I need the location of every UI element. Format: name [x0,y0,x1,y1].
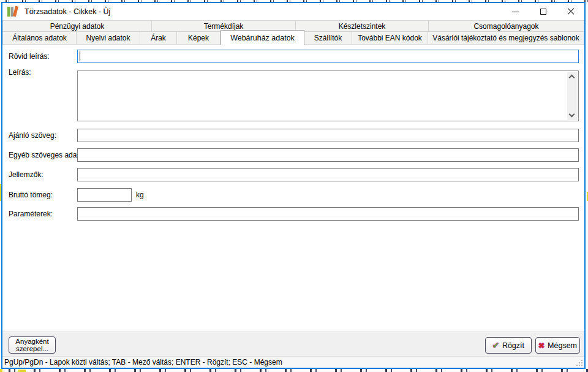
tab-vasarloi-tajekoztato[interactable]: Vásárlói tájékoztató és megjegyzés sablo… [428,31,584,45]
minimize-icon [512,12,519,12]
red-cross-icon: ✖ [538,342,545,349]
rogzit-button[interactable]: ✔ Rögzít [485,337,532,354]
bottom-button-panel: Anyagként szerepel... ✔ Rögzít ✖ Mégsem [2,332,584,356]
parameterek-input[interactable] [77,207,579,221]
kg-unit-label: kg [136,191,144,199]
parameterek-label: Paraméterek: [9,210,53,218]
leiras-label: Leírás: [9,68,31,77]
jellemzok-input[interactable] [77,168,579,181]
tab-penzugyi-adatok[interactable]: Pénzügyi adatok [2,20,152,31]
tab-altalanos-adatok[interactable]: Általános adatok [2,31,77,45]
minimize-button[interactable] [502,3,529,20]
window-title: Törzsadatok - Cikkek - Új [24,7,110,16]
rovid-leiras-label: Rövid leírás: [9,52,50,61]
maximize-button[interactable] [529,3,557,20]
close-icon [567,8,575,15]
tab-webaruhaz-adatok-active[interactable]: Webáruház adatok [221,30,304,45]
app-books-icon [7,6,20,17]
tab-nyelvi-adatok[interactable]: Nyelvi adatok [77,31,140,45]
jellemzok-label: Jellemzők: [9,170,43,179]
tab-kepek[interactable]: Képek [177,31,221,45]
egyeb-szoveges-adat-label: Egyéb szöveges adat: [9,151,81,159]
anyagkent-line1: Anyagként [15,338,48,345]
scroll-up-icon[interactable] [569,75,575,81]
maximize-icon [540,9,546,15]
background-fragment [18,370,26,372]
egyeb-szoveges-adat-input[interactable] [77,148,579,162]
rogzit-label: Rögzít [502,341,524,350]
status-hint-text: PgUp/PgDn - Lapok közti váltás; TAB - Me… [4,358,282,366]
megsem-label: Mégsem [548,341,577,350]
tab-strip-row2: Általános adatok Nyelvi adatok Árak Képe… [2,31,584,45]
text-caret [80,51,80,61]
screenshot-stage: Törzsadatok - Cikkek - Új Pénzügyi adato… [0,0,588,372]
tab-arak[interactable]: Árak [140,31,177,45]
green-check-icon: ✔ [492,341,499,349]
tab-csomagoloanyagok[interactable]: Csomagolóanyagok [429,20,584,31]
rovid-leiras-input[interactable] [77,50,579,63]
ajanlo-szoveg-label: Ajánló szöveg: [9,131,56,140]
tab-tovabbi-ean-kodok[interactable]: További EAN kódok [352,31,428,45]
ajanlo-szoveg-input[interactable] [77,129,579,142]
desktop-background-edge-bottom [0,369,588,372]
tab-szallitok[interactable]: Szállítók [304,31,352,45]
brutto-tomeg-label: Bruttó tömeg: [9,191,53,199]
window-controls [502,3,584,20]
megsem-button[interactable]: ✖ Mégsem [535,337,580,354]
resize-grip[interactable] [581,365,582,366]
webshop-data-form: Rövid leírás: Leírás: Ajánló szöveg: Egy… [2,45,584,332]
scroll-down-icon[interactable] [569,112,575,118]
background-fragment [0,369,2,372]
tab-keszletszintek[interactable]: Készletszintek [296,20,429,31]
close-button[interactable] [557,3,584,20]
leiras-textarea[interactable] [77,70,579,121]
status-bar: PgUp/PgDn - Lapok közti váltás; TAB - Me… [2,356,584,368]
vertical-scrollbar[interactable] [567,72,578,120]
anyagkent-line2: szerepel... [16,345,48,352]
dialog-window: Törzsadatok - Cikkek - Új Pénzügyi adato… [1,2,586,369]
title-bar[interactable]: Törzsadatok - Cikkek - Új [2,3,584,20]
anyagkent-szerepel-button[interactable]: Anyagként szerepel... [9,336,56,354]
brutto-tomeg-input[interactable] [77,188,132,202]
